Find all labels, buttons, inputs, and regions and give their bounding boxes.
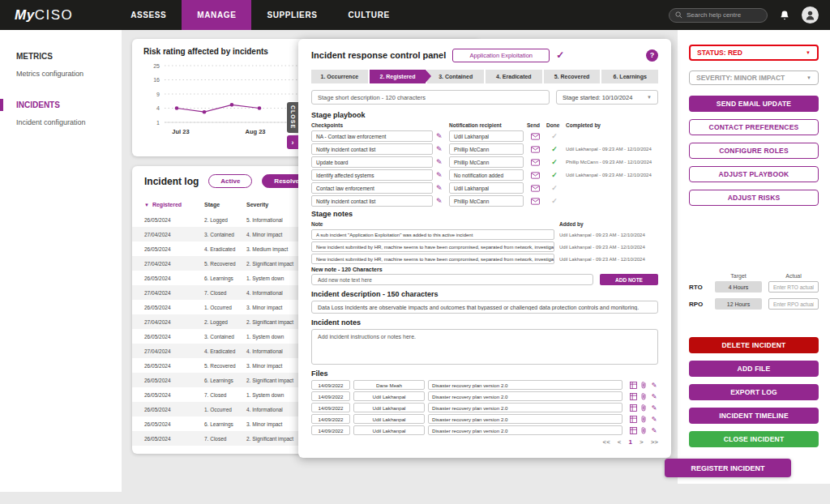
- pagination-current-page[interactable]: 1: [629, 438, 632, 446]
- rpo-actual-input[interactable]: [768, 298, 819, 310]
- incident-name-input[interactable]: [452, 49, 550, 62]
- severity-dropdown[interactable]: SEVERITY: MINOR IMPACT ▼: [689, 70, 819, 85]
- incident-description-input[interactable]: [311, 301, 658, 314]
- status-dropdown[interactable]: STATUS: RED ▼: [689, 45, 819, 61]
- file-description-field[interactable]: Disaster recovery plan version 2.0: [428, 380, 622, 390]
- file-owner-field[interactable]: Udil Lakhanpal: [353, 414, 425, 424]
- pagination-last[interactable]: >>: [651, 438, 658, 446]
- sidebar-item-incidents[interactable]: INCIDENTS: [0, 99, 122, 111]
- file-date-field[interactable]: 14/09/2022: [311, 425, 350, 435]
- file-date-field[interactable]: 14/09/2022: [311, 391, 350, 401]
- file-grid-icon[interactable]: [629, 404, 637, 412]
- nav-item[interactable]: CULTURE: [333, 0, 405, 30]
- contact-preferences-button[interactable]: CONTACT PREFERENCES: [689, 119, 819, 135]
- done-check-icon[interactable]: ✓: [546, 197, 563, 205]
- close-incident-button[interactable]: CLOSE INCIDENT: [689, 431, 819, 447]
- file-grid-icon[interactable]: [629, 392, 637, 400]
- checkpoint-field[interactable]: Notify incident contact list: [311, 195, 433, 207]
- file-edit-icon[interactable]: ✎: [650, 381, 658, 389]
- checkpoint-field[interactable]: Notify incident contact list: [311, 143, 433, 155]
- stage-tab[interactable]: 4. Eradicated: [486, 70, 542, 83]
- checkpoint-field[interactable]: Contact law enforcement: [311, 182, 433, 194]
- name-confirm-check-icon[interactable]: ✓: [556, 49, 564, 61]
- delete-incident-button[interactable]: DELETE INCIDENT: [689, 337, 819, 353]
- notification-recipient-field[interactable]: Phillip McCann: [449, 156, 524, 168]
- file-owner-field[interactable]: Udil Lakhanpal: [353, 403, 425, 412]
- stage-tab[interactable]: 5. Recovered: [544, 70, 601, 83]
- done-check-icon[interactable]: ✓: [546, 158, 563, 166]
- done-check-icon[interactable]: ✓: [546, 184, 563, 192]
- file-grid-icon[interactable]: [629, 415, 637, 423]
- file-edit-icon[interactable]: ✎: [650, 392, 658, 400]
- file-description-field[interactable]: Disaster recovery plan version 2.0: [428, 391, 622, 401]
- send-email-icon[interactable]: [527, 159, 543, 166]
- send-email-icon[interactable]: [527, 172, 543, 179]
- user-menu-button[interactable]: [802, 6, 819, 23]
- file-description-field[interactable]: Disaster recovery plan version 2.0: [428, 425, 622, 435]
- sidebar-link-incident-configuration[interactable]: Incident configuration: [0, 118, 122, 126]
- notification-recipient-field[interactable]: Udil Lakhanpal: [449, 130, 524, 142]
- pagination-first[interactable]: <<: [603, 438, 610, 446]
- file-attachment-icon[interactable]: [640, 381, 648, 389]
- search-input[interactable]: [687, 11, 761, 19]
- file-edit-icon[interactable]: ✎: [650, 426, 658, 434]
- notifications-button[interactable]: [776, 6, 794, 24]
- add-file-button[interactable]: ADD FILE: [689, 361, 819, 377]
- stage-short-description-input[interactable]: [311, 90, 550, 105]
- stage-tab[interactable]: 1. Occurrence: [311, 70, 368, 83]
- checkpoint-field[interactable]: Update board: [311, 156, 433, 168]
- nav-item[interactable]: ASSESS: [115, 0, 182, 30]
- pagination-next[interactable]: >: [640, 438, 644, 446]
- column-registered-sort[interactable]: ▼ Registered: [144, 202, 204, 207]
- close-panel-tab[interactable]: CLOSE: [287, 102, 298, 133]
- notification-recipient-field[interactable]: No notification added: [449, 169, 524, 181]
- edit-checkpoint-icon[interactable]: ✎: [436, 172, 446, 179]
- file-date-field[interactable]: 14/09/2022: [311, 414, 350, 424]
- file-description-field[interactable]: Disaster recovery plan version 2.0: [428, 414, 622, 424]
- send-email-icon[interactable]: [527, 133, 543, 140]
- file-grid-icon[interactable]: [629, 381, 637, 389]
- stage-started-dropdown[interactable]: Stage started: 10/10/2024 ▼: [556, 90, 658, 105]
- notification-recipient-field[interactable]: Udil Lakhanpal: [449, 182, 524, 194]
- stage-tab[interactable]: 2. Registered: [370, 70, 426, 83]
- register-incident-button[interactable]: REGISTER INCIDENT: [665, 459, 791, 477]
- add-note-button[interactable]: ADD NOTE: [600, 274, 658, 285]
- new-note-input[interactable]: [311, 274, 593, 285]
- adjust-risks-button[interactable]: ADJUST RISKS: [689, 190, 819, 206]
- done-check-icon[interactable]: ✓: [546, 132, 563, 140]
- send-email-icon[interactable]: [527, 198, 543, 205]
- send-email-update-button[interactable]: SEND EMAIL UPDATE: [689, 96, 819, 112]
- help-icon[interactable]: ?: [646, 49, 658, 62]
- file-date-field[interactable]: 14/09/2022: [311, 380, 350, 390]
- file-grid-icon[interactable]: [629, 426, 637, 434]
- rto-actual-input[interactable]: [768, 281, 819, 293]
- file-edit-icon[interactable]: ✎: [650, 404, 658, 412]
- incident-timeline-button[interactable]: INCIDENT TIMELINE: [689, 408, 819, 424]
- configure-roles-button[interactable]: CONFIGURE ROLES: [689, 143, 819, 159]
- file-description-field[interactable]: Disaster recovery plan version 2.0: [428, 403, 622, 412]
- checkpoint-field[interactable]: Identify affected systems: [311, 169, 433, 181]
- file-attachment-icon[interactable]: [640, 415, 648, 423]
- nav-item[interactable]: MANAGE: [182, 0, 251, 30]
- send-email-icon[interactable]: [527, 185, 543, 192]
- edit-checkpoint-icon[interactable]: ✎: [436, 185, 446, 192]
- file-owner-field[interactable]: Udil Lakhanpal: [353, 391, 425, 401]
- sidebar-item-metrics[interactable]: METRICS: [0, 50, 122, 62]
- file-attachment-icon[interactable]: [640, 426, 648, 434]
- nav-item[interactable]: SUPPLIERS: [251, 0, 332, 30]
- export-log-button[interactable]: EXPORT LOG: [689, 384, 819, 400]
- file-edit-icon[interactable]: ✎: [650, 415, 658, 423]
- file-owner-field[interactable]: Udil Lakhanpal: [353, 425, 425, 435]
- sidebar-link-metrics-configuration[interactable]: Metrics configuration: [0, 70, 122, 78]
- incident-notes-textarea[interactable]: [311, 329, 658, 365]
- collapse-chevron-icon[interactable]: ›: [287, 135, 298, 149]
- stage-tab[interactable]: 3. Contained: [427, 70, 484, 83]
- edit-checkpoint-icon[interactable]: ✎: [436, 146, 446, 153]
- notification-recipient-field[interactable]: Phillip McCann: [449, 195, 524, 207]
- edit-checkpoint-icon[interactable]: ✎: [436, 198, 446, 205]
- send-email-icon[interactable]: [527, 146, 543, 153]
- stage-tab[interactable]: 6. Learnings: [601, 70, 658, 83]
- file-owner-field[interactable]: Dane Meah: [353, 380, 425, 390]
- file-attachment-icon[interactable]: [640, 404, 648, 412]
- done-check-icon[interactable]: ✓: [546, 171, 563, 179]
